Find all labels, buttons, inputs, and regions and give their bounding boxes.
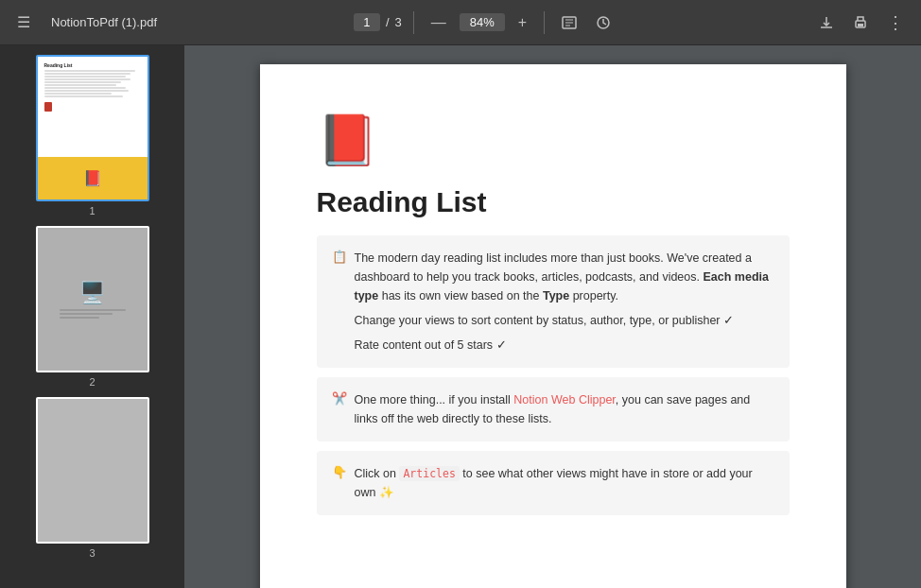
history-icon xyxy=(596,15,611,30)
thumbnail-2[interactable]: 🖥️ xyxy=(36,226,149,372)
book-emoji: 📕 xyxy=(317,112,790,169)
thumb3-label: 3 xyxy=(89,547,95,559)
thumbnail-3[interactable] xyxy=(36,397,149,544)
download-icon xyxy=(819,15,834,30)
page-input[interactable] xyxy=(354,13,380,31)
page-navigation: / 3 xyxy=(354,13,402,31)
clipper-box: ✂️ One more thing... if you install Noti… xyxy=(317,377,790,441)
page-sep: / xyxy=(386,15,390,29)
download-button[interactable] xyxy=(813,11,840,34)
notion-web-clipper-link[interactable]: Notion Web Clipper xyxy=(513,393,615,406)
clipper-row: ✂️ One more thing... if you install Noti… xyxy=(332,390,774,428)
zoom-out-button[interactable]: — xyxy=(426,10,452,35)
file-title: NotionToPdf (1).pdf xyxy=(51,15,157,29)
articles-code: Articles xyxy=(399,466,459,481)
intro-box: 📋 The modern day reading list includes m… xyxy=(317,235,790,368)
intro-content: The modern day reading list includes mor… xyxy=(355,249,774,355)
thumb1-inner: Reading List xyxy=(38,57,148,199)
thumb2-inner: 🖥️ xyxy=(38,228,148,371)
main-area: Reading List xyxy=(0,45,921,588)
thumbnail-container-2: 🖥️ 2 xyxy=(9,226,175,388)
pdf-title: Reading List xyxy=(317,186,790,218)
zoom-in-button[interactable]: + xyxy=(513,10,532,35)
clipper-text: One more thing... if you install Notion … xyxy=(355,390,774,428)
toolbar-center: / 3 — + xyxy=(165,10,806,35)
clipper-emoji: ✂️ xyxy=(332,391,347,406)
print-button[interactable] xyxy=(847,11,874,34)
print-icon xyxy=(853,15,868,30)
menu-button[interactable]: ☰ xyxy=(11,9,36,35)
articles-emoji: 👇 xyxy=(332,465,347,479)
articles-text: Click on Articles to see what other view… xyxy=(355,464,774,502)
thumbnail-container-3: 3 xyxy=(9,397,175,559)
bold-type: Type xyxy=(543,289,569,303)
pdf-area[interactable]: 📕 Reading List 📋 The modern day reading … xyxy=(184,45,921,588)
articles-row: 👇 Click on Articles to see what other vi… xyxy=(332,464,774,502)
thumb2-label: 2 xyxy=(89,376,95,388)
sidebar-thumbnails: Reading List xyxy=(0,45,184,588)
svg-rect-6 xyxy=(858,24,863,26)
thumbnail-container-1: Reading List xyxy=(9,55,175,216)
intro-paragraph-2: Change your views to sort content by sta… xyxy=(355,311,774,330)
intro-paragraph-1: The modern day reading list includes mor… xyxy=(355,249,774,305)
intro-emoji: 📋 xyxy=(332,250,347,264)
intro-paragraph-3: Rate content out of 5 stars ✓ xyxy=(355,336,774,355)
divider1 xyxy=(413,11,414,34)
intro-row: 📋 The modern day reading list includes m… xyxy=(332,249,774,355)
toolbar-right: ⋮ xyxy=(813,9,910,37)
zoom-input[interactable] xyxy=(460,13,505,31)
fit-width-icon xyxy=(562,15,577,30)
history-button[interactable] xyxy=(590,11,617,34)
thumb3-inner xyxy=(38,399,148,542)
fit-width-button[interactable] xyxy=(556,11,582,34)
articles-box: 👇 Click on Articles to see what other vi… xyxy=(317,451,790,515)
sparkle-icon: ✨ xyxy=(379,486,394,499)
more-button[interactable]: ⋮ xyxy=(881,9,910,37)
pdf-page: 📕 Reading List 📋 The modern day reading … xyxy=(260,64,846,588)
toolbar-left: ☰ NotionToPdf (1).pdf xyxy=(11,9,157,35)
thumbnail-1[interactable]: Reading List xyxy=(36,55,149,201)
divider2 xyxy=(544,11,545,34)
thumb1-label: 1 xyxy=(89,205,95,216)
toolbar: ☰ NotionToPdf (1).pdf / 3 — + xyxy=(0,0,921,45)
total-pages: 3 xyxy=(395,15,402,29)
